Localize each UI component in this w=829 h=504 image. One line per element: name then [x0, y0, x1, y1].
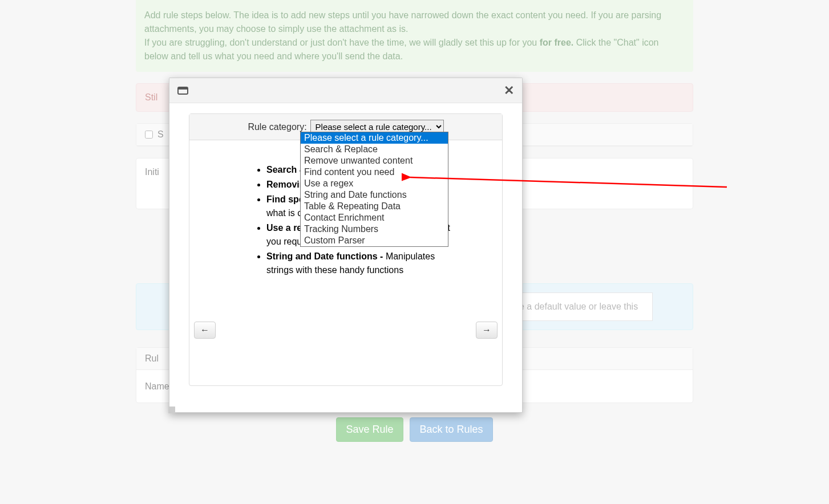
option-contact-enrichment[interactable]: Contact Enrichment [301, 212, 448, 223]
option-string-date[interactable]: String and Date functions [301, 189, 448, 201]
option-tracking-numbers[interactable]: Tracking Numbers [301, 223, 448, 235]
option-find-content[interactable]: Find content you need [301, 166, 448, 178]
rule-category-label: Rule category: [248, 122, 306, 132]
option-custom-parser[interactable]: Custom Parser [301, 235, 448, 246]
option-use-regex[interactable]: Use a regex [301, 178, 448, 189]
option-placeholder[interactable]: Please select a rule category... [301, 132, 448, 144]
resize-handle[interactable] [168, 407, 175, 413]
rule-category-dropdown[interactable]: Please select a rule category... Search … [300, 132, 448, 247]
bullet-string-date: String and Date functions - Manipulates … [266, 250, 460, 277]
close-icon[interactable]: ✕ [504, 84, 514, 97]
option-table-repeating[interactable]: Table & Repeating Data [301, 201, 448, 212]
option-search-replace[interactable]: Search & Replace [301, 144, 448, 155]
option-remove-unwanted[interactable]: Remove unwanted content [301, 155, 448, 166]
arrow-right-icon: → [482, 325, 491, 335]
arrow-left-icon: ← [200, 325, 209, 335]
modal-header: ✕ [169, 78, 522, 103]
next-button[interactable]: → [476, 322, 498, 339]
window-icon [177, 87, 188, 95]
prev-button[interactable]: ← [194, 322, 216, 339]
